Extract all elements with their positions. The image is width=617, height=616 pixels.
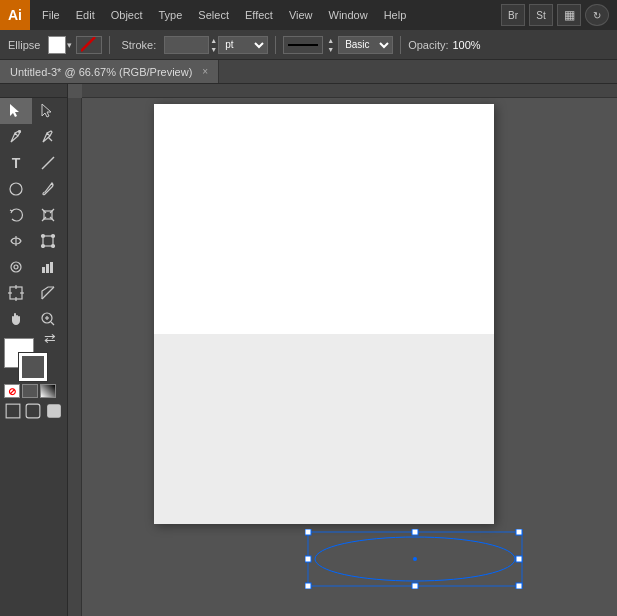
stroke-unit-dropdown[interactable]: ptpxmm <box>218 36 268 54</box>
brush-tool[interactable] <box>32 176 64 202</box>
tool-row-3: T <box>0 150 67 176</box>
divider-1 <box>109 36 110 54</box>
toolbox: T <box>0 84 68 616</box>
sync-icon[interactable]: ↻ <box>585 4 609 26</box>
slice-tool[interactable] <box>32 280 64 306</box>
stroke-brush-icon[interactable] <box>76 36 102 54</box>
color-indicator-row: ⊘ <box>4 384 63 398</box>
opacity-value: 100% <box>453 39 481 51</box>
stroke-down[interactable]: ▼ <box>210 45 217 54</box>
app-logo: Ai <box>0 0 30 30</box>
svg-point-16 <box>42 245 45 248</box>
svg-line-4 <box>48 137 52 141</box>
menu-type[interactable]: Type <box>151 0 191 30</box>
screen-presentation-btn[interactable] <box>45 402 63 420</box>
svg-rect-40 <box>516 529 522 535</box>
svg-rect-22 <box>50 262 53 273</box>
menu-select[interactable]: Select <box>190 0 237 30</box>
svg-rect-32 <box>6 404 20 418</box>
canvas-area <box>68 84 617 616</box>
select-tool[interactable] <box>0 98 32 124</box>
scale-tool[interactable] <box>32 202 64 228</box>
svg-line-0 <box>81 37 95 51</box>
st-icon[interactable]: St <box>529 4 553 26</box>
grid-icon[interactable]: ▦ <box>557 4 581 26</box>
tool-row-2 <box>0 124 67 150</box>
hand-tool[interactable] <box>0 306 32 332</box>
svg-point-17 <box>52 245 55 248</box>
free-transform-tool[interactable] <box>32 228 64 254</box>
menu-object[interactable]: Object <box>103 0 151 30</box>
column-graph-tool[interactable] <box>32 254 64 280</box>
stroke-inner <box>22 356 44 378</box>
svg-rect-45 <box>516 556 522 562</box>
svg-rect-41 <box>305 583 311 589</box>
gradient-indicator[interactable] <box>40 384 56 398</box>
tab-title: Untitled-3* @ 66.67% (RGB/Preview) <box>10 66 192 78</box>
menu-effect[interactable]: Effect <box>237 0 281 30</box>
warp-tool[interactable] <box>0 228 32 254</box>
tool-row-6 <box>0 228 67 254</box>
main-layout: T <box>0 84 617 616</box>
line-tool[interactable] <box>32 150 64 176</box>
symbol-tool[interactable] <box>0 254 32 280</box>
menu-right-icons: Br St ▦ ↻ <box>501 4 617 26</box>
tool-row-5 <box>0 202 67 228</box>
svg-point-3 <box>19 131 21 133</box>
svg-rect-43 <box>516 583 522 589</box>
tabbar: Untitled-3* @ 66.67% (RGB/Preview) × <box>0 60 617 84</box>
ruler-corner <box>0 84 68 98</box>
stroke-style-down[interactable]: ▼ <box>327 45 334 54</box>
svg-point-37 <box>413 557 417 561</box>
fill-arrow[interactable]: ▾ <box>67 40 72 50</box>
color-controls: ⇄ ⊘ <box>0 332 67 400</box>
zoom-tool[interactable] <box>32 306 64 332</box>
swap-fill-stroke[interactable]: ⇄ <box>44 330 56 346</box>
svg-point-18 <box>11 262 21 272</box>
style-dropdown[interactable]: Basic <box>338 36 393 54</box>
tool-row-8 <box>0 280 67 306</box>
fill-stroke-box: ⇄ <box>4 338 48 382</box>
menu-view[interactable]: View <box>281 0 321 30</box>
svg-point-19 <box>14 265 18 269</box>
svg-marker-1 <box>10 104 19 117</box>
divider-2 <box>275 36 276 54</box>
svg-rect-39 <box>412 529 418 535</box>
svg-rect-38 <box>305 529 311 535</box>
stroke-style-spinners[interactable]: ▲ ▼ <box>327 36 334 54</box>
ellipse-tool[interactable] <box>0 176 32 202</box>
menu-edit[interactable]: Edit <box>68 0 103 30</box>
page-gray-overlay <box>154 334 494 524</box>
stroke-input-group: ▲ ▼ ptpxmm <box>164 36 268 54</box>
stroke-input[interactable] <box>164 36 209 54</box>
stroke-swatch-box[interactable] <box>18 352 48 382</box>
stroke-label: Stroke: <box>117 39 160 51</box>
type-tool[interactable]: T <box>0 150 32 176</box>
stroke-up[interactable]: ▲ <box>210 36 217 45</box>
menu-window[interactable]: Window <box>321 0 376 30</box>
ellipse-object[interactable] <box>305 529 520 579</box>
svg-rect-20 <box>42 267 45 273</box>
shape-label: Ellipse <box>4 39 44 51</box>
menu-help[interactable]: Help <box>376 0 415 30</box>
artboard-tool[interactable] <box>0 280 32 306</box>
tab-close-btn[interactable]: × <box>202 66 208 77</box>
solid-color-indicator[interactable] <box>22 384 38 398</box>
stroke-spinners[interactable]: ▲ ▼ <box>210 36 217 54</box>
menu-file[interactable]: File <box>34 0 68 30</box>
direct-select-tool[interactable] <box>32 98 64 124</box>
fill-white-box[interactable] <box>48 36 66 54</box>
tool-row-9 <box>0 306 67 332</box>
screen-normal-btn[interactable] <box>4 402 22 420</box>
pen-tool[interactable] <box>0 124 32 150</box>
br-icon[interactable]: Br <box>501 4 525 26</box>
anchor-tool[interactable] <box>32 124 64 150</box>
fill-swatch[interactable]: ▾ <box>48 36 72 54</box>
document-tab[interactable]: Untitled-3* @ 66.67% (RGB/Preview) × <box>0 60 219 83</box>
rotate-tool[interactable] <box>0 202 32 228</box>
none-indicator[interactable]: ⊘ <box>4 384 20 398</box>
svg-point-14 <box>42 235 45 238</box>
screen-full-btn[interactable] <box>24 402 42 420</box>
stroke-style-up[interactable]: ▲ <box>327 36 334 45</box>
stroke-line-style[interactable] <box>283 36 323 54</box>
